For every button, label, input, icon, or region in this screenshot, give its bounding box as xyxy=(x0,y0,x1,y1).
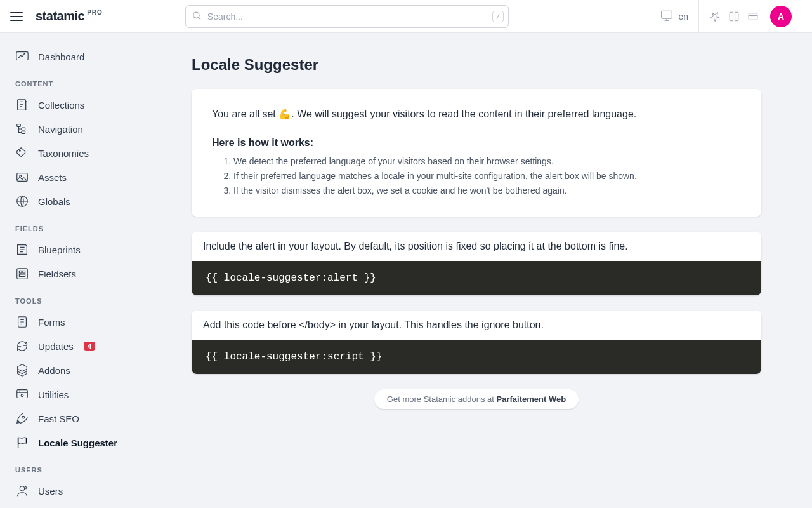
svg-rect-2 xyxy=(662,11,672,18)
docs-icon[interactable] xyxy=(728,11,740,22)
addons-icon xyxy=(15,363,29,377)
language-label: en xyxy=(678,11,688,22)
sidebar-item-navigation[interactable]: Navigation xyxy=(0,117,141,141)
sidebar-item-label: Blueprints xyxy=(38,244,81,255)
svg-point-24 xyxy=(21,394,23,397)
sidebar-item-forms[interactable]: Forms xyxy=(0,310,141,334)
updates-icon xyxy=(15,339,29,353)
blueprints-icon xyxy=(15,243,29,257)
instruction-text: Add this code before </body> in your lay… xyxy=(192,311,761,340)
sidebar-item-collections[interactable]: Collections xyxy=(0,93,141,117)
logo-badge: PRO xyxy=(87,9,103,16)
search-input[interactable] xyxy=(185,5,509,28)
how-it-works-title: Here is how it works: xyxy=(212,137,741,149)
taxonomies-icon xyxy=(15,146,29,160)
sidebar-item-fieldsets[interactable]: Fieldsets xyxy=(0,262,141,286)
svg-rect-11 xyxy=(17,124,21,127)
nav-badge: 4 xyxy=(84,342,95,351)
sidebar-item-updates[interactable]: Updates4 xyxy=(0,334,141,358)
svg-line-1 xyxy=(199,17,200,19)
header: statamic PRO / en xyxy=(0,0,812,33)
avatar[interactable]: A xyxy=(770,6,792,27)
sidebar-item-fast-seo[interactable]: Fast SEO xyxy=(0,406,141,431)
sidebar-item-globals[interactable]: Globals xyxy=(0,189,141,213)
forms-icon xyxy=(15,315,29,329)
footer-pill[interactable]: Get more Statamic addons at Parfaitement… xyxy=(374,389,579,409)
svg-rect-10 xyxy=(18,100,26,110)
sidebar-item-label: Users xyxy=(38,486,63,497)
how-it-works-item: If their preferred language matches a lo… xyxy=(233,170,741,183)
search-icon xyxy=(192,10,202,22)
svg-rect-12 xyxy=(22,128,25,130)
sidebar-item-label: Assets xyxy=(38,172,67,183)
menu-toggle[interactable] xyxy=(10,9,25,24)
sidebar-item-taxonomies[interactable]: Taxonomies xyxy=(0,141,141,165)
sidebar-item-users[interactable]: Users xyxy=(0,479,141,503)
nav-group-label: USERS xyxy=(0,466,141,474)
sidebar-item-blueprints[interactable]: Blueprints xyxy=(0,237,141,262)
search-wrap: / xyxy=(185,5,509,28)
sidebar-item-label: Collections xyxy=(38,100,84,110)
code-block: {{ locale-suggester:script }} xyxy=(192,340,761,374)
sidebar-item-label: Forms xyxy=(38,317,65,328)
sidebar-item-locale-suggester[interactable]: Locale Suggester xyxy=(0,431,141,455)
nav-group-label: CONTENT xyxy=(0,80,141,88)
pin-icon[interactable] xyxy=(709,11,721,22)
users-icon xyxy=(15,484,29,498)
svg-rect-13 xyxy=(22,131,25,134)
svg-point-26 xyxy=(20,486,24,491)
display-icon xyxy=(660,9,673,23)
svg-rect-18 xyxy=(17,269,28,279)
svg-point-14 xyxy=(19,150,20,151)
nav-group-label: FIELDS xyxy=(0,225,141,232)
dashboard-icon xyxy=(15,50,29,64)
utilities-icon xyxy=(15,387,29,401)
search-shortcut: / xyxy=(492,11,504,22)
collections-icon xyxy=(15,98,29,112)
sidebar: Dashboard CONTENTCollectionsNavigationTa… xyxy=(0,33,141,508)
flag-icon xyxy=(15,436,29,450)
svg-point-9 xyxy=(24,53,25,54)
footer-link-text: Parfaitement Web xyxy=(497,394,566,404)
sidebar-item-utilities[interactable]: Utilities xyxy=(0,382,141,406)
language-switcher[interactable]: en xyxy=(660,9,688,23)
sidebar-item-label: Locale Suggester xyxy=(38,438,117,448)
site-icon[interactable] xyxy=(747,11,759,22)
svg-rect-20 xyxy=(23,271,25,273)
sidebar-item-label: Updates xyxy=(38,341,74,352)
fastseo-icon xyxy=(15,411,29,425)
logo[interactable]: statamic PRO xyxy=(36,9,103,23)
code-block: {{ locale-suggester:alert }} xyxy=(192,261,761,295)
hero-card: You are all set 💪. We will suggest your … xyxy=(192,89,761,217)
sidebar-item-dashboard[interactable]: Dashboard xyxy=(0,44,141,69)
sidebar-item-assets[interactable]: Assets xyxy=(0,165,141,189)
instruction-text: Include the alert in your layout. By def… xyxy=(192,232,761,261)
svg-point-0 xyxy=(193,12,199,18)
sidebar-item-label: Fieldsets xyxy=(38,269,76,279)
how-it-works-list: We detect the preferred language of your… xyxy=(212,155,741,197)
fieldsets-icon xyxy=(15,267,29,281)
sidebar-item-label: Dashboard xyxy=(38,51,84,62)
instruction-card: Include the alert in your layout. By def… xyxy=(192,232,761,295)
sidebar-item-label: Addons xyxy=(38,365,70,376)
footer-prefix: Get more Statamic addons at xyxy=(387,394,497,404)
svg-point-16 xyxy=(20,175,22,177)
page-title: Locale Suggester xyxy=(192,56,761,74)
svg-rect-21 xyxy=(19,274,25,277)
svg-rect-5 xyxy=(749,13,757,20)
nav-group-label: TOOLS xyxy=(0,297,141,305)
svg-point-25 xyxy=(22,416,25,418)
instruction-card: Add this code before </body> in your lay… xyxy=(192,311,761,374)
sidebar-item-label: Fast SEO xyxy=(38,413,79,424)
how-it-works-item: We detect the preferred language of your… xyxy=(233,155,741,168)
svg-point-8 xyxy=(18,57,19,58)
main-content: Locale Suggester You are all set 💪. We w… xyxy=(141,33,812,508)
navigation-icon xyxy=(15,122,29,136)
sidebar-item-groups[interactable]: Groups xyxy=(0,503,141,508)
globals-icon xyxy=(15,194,29,208)
sidebar-item-addons[interactable]: Addons xyxy=(0,358,141,382)
footer-link-wrap: Get more Statamic addons at Parfaitement… xyxy=(192,389,761,409)
logo-text: statamic xyxy=(36,9,84,23)
sidebar-item-label: Taxonomies xyxy=(38,148,89,159)
avatar-initial: A xyxy=(778,11,784,22)
